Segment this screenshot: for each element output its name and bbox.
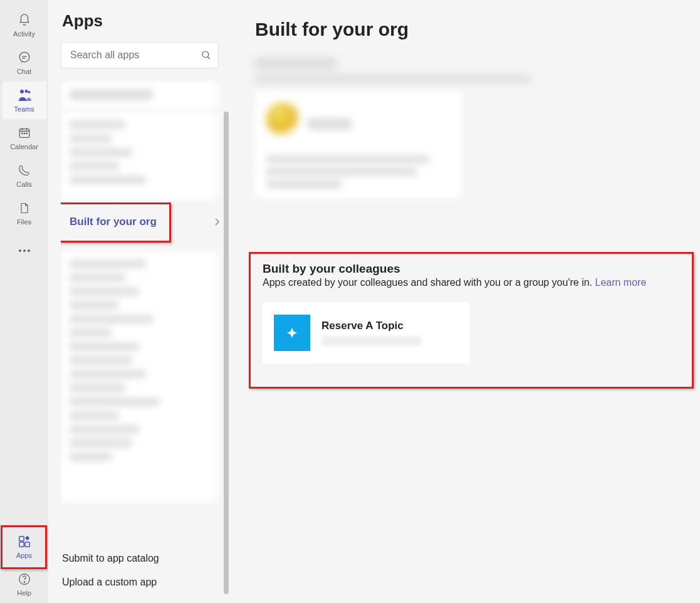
redacted-featured [255, 58, 550, 221]
svg-point-6 [24, 133, 24, 134]
rail-label: Activity [13, 30, 35, 38]
search-icon [201, 50, 212, 61]
apps-icon [17, 534, 32, 549]
rail-label: Files [17, 218, 31, 226]
teams-icon [17, 88, 32, 103]
rail-item-chat[interactable]: Chat [3, 44, 46, 81]
bottom-actions: Submit to app catalog Upload a custom ap… [61, 535, 230, 594]
panel-title: Apps [61, 11, 230, 31]
svg-point-9 [23, 249, 26, 252]
chevron-right-icon [214, 218, 220, 226]
svg-point-1 [20, 90, 24, 93]
svg-rect-12 [19, 542, 23, 547]
svg-point-8 [19, 249, 21, 252]
chat-icon [17, 50, 32, 65]
scrollbar-thumb[interactable] [224, 112, 229, 594]
rail-label: Calendar [10, 143, 38, 150]
page-title: Built for your org [255, 19, 694, 40]
svg-point-2 [24, 90, 28, 93]
search-input-wrap[interactable] [61, 42, 219, 68]
section-title: Built by your colleagues [263, 262, 686, 276]
rail-item-calendar[interactable]: Calendar [3, 119, 46, 157]
help-icon [17, 572, 32, 587]
learn-more-link[interactable]: Learn more [595, 277, 646, 288]
svg-rect-13 [24, 542, 29, 547]
section-subtitle: Apps created by your colleagues and shar… [263, 277, 686, 288]
svg-point-0 [19, 52, 29, 62]
app-icon [274, 315, 310, 351]
category-built-for-org[interactable]: Built for your org [61, 204, 230, 240]
rail-item-calls[interactable]: Calls [3, 157, 46, 194]
rail-item-files[interactable]: Files [3, 194, 46, 232]
redacted-text [321, 336, 422, 346]
rail-label: Teams [14, 105, 34, 113]
svg-rect-11 [19, 537, 23, 541]
calendar-icon [17, 125, 32, 140]
scrollbar[interactable] [222, 112, 230, 594]
category-label: Built for your org [70, 216, 157, 228]
rail-label: Calls [16, 181, 31, 188]
app-rail: Activity Chat Teams Calendar [0, 0, 48, 603]
rail-item-more[interactable] [3, 232, 46, 270]
svg-point-15 [24, 582, 24, 582]
upload-custom-app-link[interactable]: Upload a custom app [61, 570, 230, 594]
svg-point-7 [26, 133, 26, 134]
rail-label: Apps [16, 552, 32, 559]
apps-left-panel: Apps Built for your org [48, 0, 230, 603]
submit-to-catalog-link[interactable]: Submit to app catalog [61, 547, 230, 570]
app-name: Reserve A Topic [321, 320, 422, 332]
more-icon [17, 243, 32, 258]
svg-point-16 [202, 51, 209, 58]
rail-item-teams[interactable]: Teams [3, 81, 46, 119]
svg-point-3 [28, 91, 30, 93]
redacted-block [61, 251, 217, 502]
app-meta: Reserve A Topic [321, 320, 422, 346]
phone-icon [17, 163, 32, 178]
redacted-block [61, 81, 217, 108]
category-list: Built for your org [61, 81, 230, 535]
rail-label: Chat [17, 68, 31, 75]
main-content: Built for your org Built by your colleag… [230, 0, 700, 603]
search-input[interactable] [70, 50, 201, 61]
svg-point-10 [28, 249, 30, 252]
app-card-reserve-topic[interactable]: Reserve A Topic [263, 302, 469, 364]
built-by-colleagues-section: Built by your colleagues Apps created by… [255, 252, 694, 389]
rail-item-activity[interactable]: Activity [3, 6, 46, 44]
rail-label: Help [17, 589, 31, 597]
rail-item-help[interactable]: Help [3, 565, 46, 603]
svg-point-5 [21, 133, 22, 134]
rail-item-apps[interactable]: Apps [3, 528, 46, 565]
file-icon [17, 201, 32, 216]
redacted-block [61, 112, 217, 200]
section-subtitle-text: Apps created by your colleagues and shar… [263, 277, 595, 288]
bell-icon [17, 13, 32, 28]
